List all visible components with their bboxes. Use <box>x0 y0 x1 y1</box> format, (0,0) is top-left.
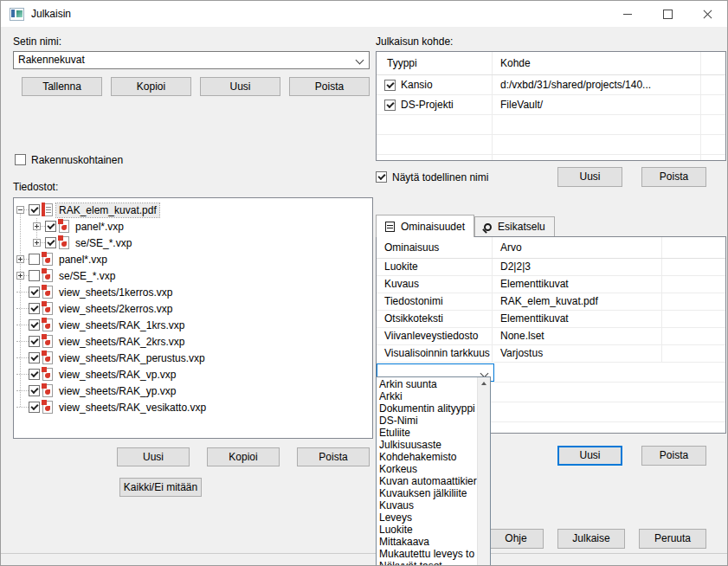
tree-connector <box>16 308 29 310</box>
dropdown-item[interactable]: Julkisuusaste <box>377 439 478 451</box>
property-dropdown-list[interactable]: Arkin suunta Arkki Dokumentin alityyppi … <box>376 376 491 566</box>
tree-item-checkbox[interactable] <box>29 204 40 215</box>
tree-item-checkbox[interactable] <box>29 303 40 314</box>
expand-icon[interactable] <box>33 239 41 247</box>
tree-item[interactable]: se/SE_*.vxp <box>14 235 372 251</box>
dropdown-item[interactable]: Mukautettu leveys to <box>377 548 478 560</box>
tree-item-checkbox[interactable] <box>45 221 56 232</box>
row-filler <box>662 259 725 275</box>
all-none-button[interactable]: Kaikki/Ei mitään <box>119 478 202 497</box>
dropdown-item[interactable]: Kuvauksen jälkiliite <box>377 487 478 499</box>
show-real-name-row: Näytä todellinen nimi Uusi Poista <box>376 167 726 187</box>
tree-item-checkbox[interactable] <box>45 237 56 248</box>
tab-preview-label: Esikatselu <box>498 221 545 233</box>
expand-icon[interactable] <box>16 255 24 263</box>
tree-item[interactable]: view_sheets/RAK_vesikatto.vxp <box>14 399 372 415</box>
table-row[interactable]: Visualisoinnin tarkkuus Varjostus <box>377 345 725 363</box>
window-controls <box>608 1 727 27</box>
dropdown-item[interactable]: Mittakaava <box>377 536 478 548</box>
dropdown-item[interactable]: Arkki <box>377 390 478 402</box>
new-file-button[interactable]: Uusi <box>117 447 190 466</box>
new-target-button[interactable]: Uusi <box>557 167 622 187</box>
tree-item-label: view_sheets/RAK_perustus.vxp <box>56 351 208 365</box>
dropdown-item[interactable]: Korkeus <box>377 463 478 475</box>
tree-item[interactable]: panel*.vxp <box>14 218 372 235</box>
tree-item[interactable]: panel*.vxp <box>14 251 372 267</box>
dropdown-item[interactable]: Kuvan automaattikier <box>377 475 478 487</box>
dropdown-item[interactable]: Kuvaus <box>377 499 478 511</box>
tree-item-checkbox[interactable] <box>29 402 40 413</box>
tree-item[interactable]: view_sheets/1kerros.vxp <box>14 284 372 300</box>
close-icon <box>703 10 712 19</box>
target-row-checkbox[interactable] <box>384 100 396 111</box>
set-name-combobox[interactable]: Rakennekuvat <box>13 51 370 69</box>
files-tree[interactable]: RAK_elem_kuvat.pdf panel*.vxp se/SE_*.vx… <box>13 197 373 439</box>
dropdown-item[interactable]: Leveys <box>377 511 478 524</box>
building-specific-checkbox[interactable] <box>15 154 26 165</box>
dropdown-scrollbar[interactable] <box>477 377 490 566</box>
show-real-name-checkbox[interactable] <box>376 171 387 183</box>
dropdown-item[interactable]: Kohdehakemisto <box>377 451 478 463</box>
copy-file-button[interactable]: Kopioi <box>207 447 280 466</box>
tree-item-checkbox[interactable] <box>29 286 40 298</box>
tree-item-checkbox[interactable] <box>29 319 40 331</box>
minimize-button[interactable] <box>608 1 647 27</box>
collapse-icon[interactable] <box>16 206 24 214</box>
save-button[interactable]: Tallenna <box>22 77 102 96</box>
empty-row <box>377 115 725 135</box>
new-set-button[interactable]: Uusi <box>200 77 280 96</box>
dropdown-item[interactable]: Luokite <box>377 524 478 536</box>
tree-item-checkbox[interactable] <box>29 352 40 363</box>
tree-item[interactable]: view_sheets/RAK_2krs.vxp <box>14 333 372 350</box>
expand-icon[interactable] <box>33 222 41 230</box>
dropdown-item[interactable]: DS-Nimi <box>377 415 478 427</box>
tree-item[interactable]: view_sheets/RAK_vp.vxp <box>14 366 372 383</box>
tree-item-checkbox[interactable] <box>29 270 40 281</box>
tree-item[interactable]: se/SE_*.vxp <box>14 267 372 284</box>
help-button[interactable]: Ohje <box>488 529 544 549</box>
building-specific-label: Rakennuskohtainen <box>31 154 123 166</box>
table-row[interactable]: Viivanleveystiedosto None.lset <box>377 328 725 345</box>
tree-item-checkbox[interactable] <box>29 336 40 347</box>
maximize-button[interactable] <box>647 1 687 27</box>
tree-item-label: view_sheets/RAK_2krs.vxp <box>56 335 187 349</box>
delete-property-button[interactable]: Poista <box>641 446 706 466</box>
table-row[interactable]: Kuvaus Elementtikuvat <box>377 276 725 293</box>
table-row[interactable]: Luokite D2|2|3 <box>377 259 725 276</box>
dropdown-item[interactable]: Arkin suunta <box>377 378 478 390</box>
close-button[interactable] <box>687 1 727 27</box>
cancel-button[interactable]: Peruuta <box>639 529 706 549</box>
target-row-checkbox[interactable] <box>384 80 396 91</box>
scroll-up-button[interactable] <box>478 377 490 389</box>
publish-button[interactable]: Julkaise <box>557 529 625 549</box>
delete-target-button[interactable]: Poista <box>641 167 706 187</box>
copy-set-button[interactable]: Kopioi <box>111 77 191 96</box>
tree-item-checkbox[interactable] <box>29 254 40 265</box>
tree-item[interactable]: view_sheets/RAK_yp.vxp <box>14 383 372 399</box>
dropdown-item[interactable]: Näkyvät tasot <box>377 560 478 566</box>
tree-item[interactable]: view_sheets/RAK_1krs.vxp <box>14 317 372 333</box>
table-row[interactable]: Kansio d:/vxbd/31/shared/projects/140... <box>377 75 725 95</box>
dropdown-item[interactable]: Dokumentin alityyppi <box>377 402 478 415</box>
table-row[interactable]: Otsikkoteksti Elementtikuvat <box>377 311 725 328</box>
tab-properties[interactable]: Ominaisuudet <box>376 215 474 237</box>
table-row[interactable]: Tiedostonimi RAK_elem_kuvat.pdf <box>377 293 725 311</box>
properties-tabstrip: Ominaisuudet Esikatselu <box>376 214 726 236</box>
delete-file-button[interactable]: Poista <box>297 447 370 466</box>
tree-item[interactable]: RAK_elem_kuvat.pdf <box>14 202 372 218</box>
tree-item[interactable]: view_sheets/2kerros.vxp <box>14 300 372 317</box>
tree-item-checkbox[interactable] <box>29 385 40 396</box>
new-property-button[interactable]: Uusi <box>557 446 622 466</box>
tree-item[interactable]: view_sheets/RAK_perustus.vxp <box>14 350 372 366</box>
publish-target-table[interactable]: Tyyppi Kohde Kansio d:/vxbd/31/shared/pr… <box>376 51 726 161</box>
pdf-file-icon <box>42 286 53 299</box>
dropdown-item[interactable]: Etuliite <box>377 427 478 439</box>
property-name: Tiedostonimi <box>377 293 493 310</box>
expand-icon[interactable] <box>16 272 24 280</box>
property-name: Kuvaus <box>377 276 493 293</box>
tab-preview[interactable]: Esikatselu <box>474 216 555 236</box>
delete-set-button[interactable]: Poista <box>289 77 370 96</box>
property-column-header: Ominaisuus <box>377 237 493 258</box>
tree-item-checkbox[interactable] <box>29 369 40 380</box>
table-row[interactable]: DS-Projekti FileVault/ <box>377 95 725 115</box>
